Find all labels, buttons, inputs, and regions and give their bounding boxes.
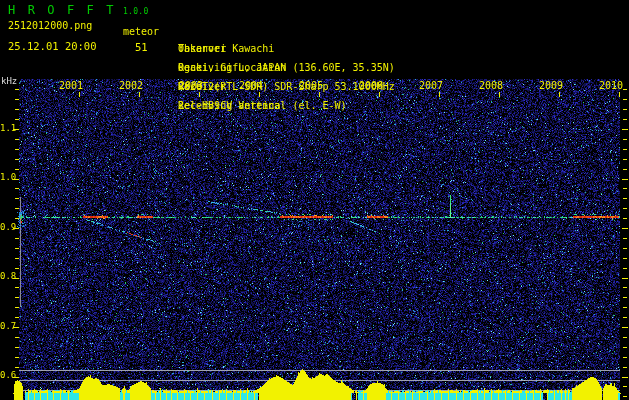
info-value: 2el-HB9CV Vertical (el. E-W) <box>178 100 347 112</box>
time-tick-label: 2004 <box>234 80 268 91</box>
time-tick-label: 2008 <box>474 80 508 91</box>
time-tick-label: 2001 <box>54 80 88 91</box>
freq-tick-label: 1.0 <box>0 172 13 182</box>
freq-tick-label: 0.9 <box>0 222 13 232</box>
mode-label: meteor <box>123 26 159 37</box>
freq-tick-label: 0.7 <box>0 321 13 331</box>
app-title: H R O F F T <box>8 3 116 17</box>
info-value: Ogaki, Gifu, JAPAN (136.60E, 35.35N) <box>178 62 395 74</box>
time-tick-label: 2005 <box>294 80 328 91</box>
time-tick-label: 2010 <box>594 80 628 91</box>
freq-tick-label: 0.8 <box>0 271 13 281</box>
time-tick-label: 2003 <box>174 80 208 91</box>
time-tick-label: 2002 <box>114 80 148 91</box>
time-tick-label: 2006 <box>354 80 388 91</box>
time-tick-label: 2009 <box>534 80 568 91</box>
info-value: Takanori Kawachi <box>178 43 274 55</box>
station-info: Observer:Takanori Kawachi Receiving Loca… <box>178 5 217 119</box>
observation-datetime: 25.12.01 20:00 <box>8 40 97 52</box>
time-tick-label: 2007 <box>414 80 448 91</box>
app-version: 1.0.0 <box>123 7 149 16</box>
echo-count: 51 <box>135 41 148 53</box>
output-filename: 2512012000.png <box>8 20 92 31</box>
hrofft-window: H R O F F T 1.0.0 2512012000.png meteor … <box>0 0 629 400</box>
freq-tick-label: 1.1 <box>0 123 13 133</box>
freq-tick-label: 0.6 <box>0 370 13 380</box>
freq-axis-unit: kHz <box>1 76 17 86</box>
spectrogram-canvas <box>0 0 629 400</box>
